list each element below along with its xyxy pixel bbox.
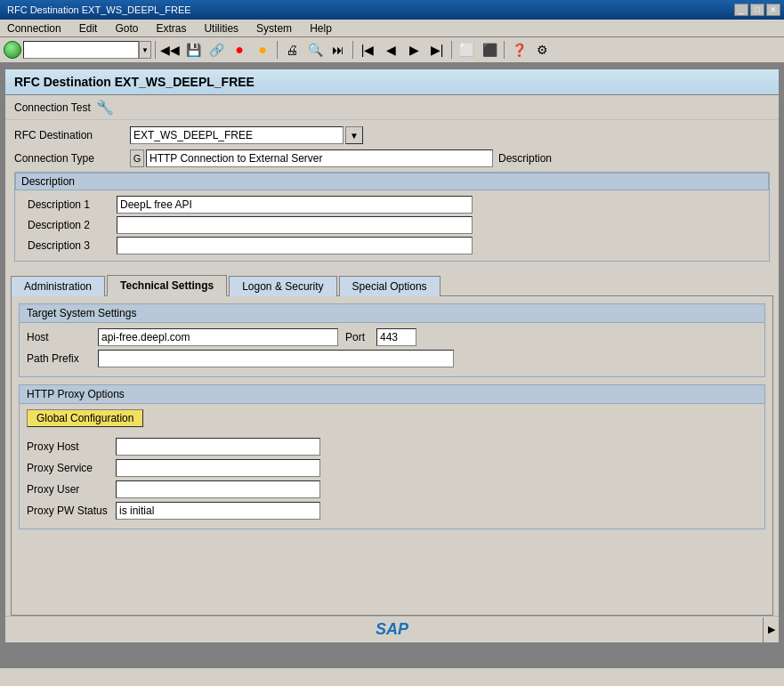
customize-icon[interactable]: ⚙ [531,39,553,61]
desc3-label: Description 3 [28,239,117,252]
connection-type-code: G [130,149,144,167]
proxy-user-input[interactable] [116,480,320,498]
find-icon[interactable]: 🔍 [304,39,326,61]
sap-logo: SAP [376,620,408,639]
proxy-service-label: Proxy Service [27,462,116,474]
empty-space [19,537,765,608]
menu-item-extras[interactable]: Extras [152,20,190,36]
command-field[interactable] [23,41,139,59]
path-prefix-input[interactable] [98,350,454,367]
desc1-label: Description 1 [28,198,117,211]
proxy-user-label: Proxy User [27,483,116,496]
desc1-row: Description 1 [22,196,762,214]
connection-type-row: Connection Type G Description [14,149,770,168]
connection-test-bar: Connection Test 🔧 [5,95,779,120]
separator-2 [277,41,278,59]
sap-window: RFC Destination EXT_WS_DEEPL_FREE Connec… [4,68,780,644]
form-area: RFC Destination ▼ Connection Type G Desc… [5,120,779,267]
menu-item-goto[interactable]: Goto [111,20,141,36]
path-prefix-row: Path Prefix [27,350,757,367]
proxy-host-input[interactable] [116,438,320,456]
proxy-section-header: HTTP Proxy Options [20,385,764,404]
port-label: Port [345,331,376,343]
rfc-destination-row: RFC Destination ▼ [14,125,770,145]
layout2-icon[interactable]: ⬛ [479,39,500,61]
window-title: RFC Destination EXT_WS_DEEPL_FREE [4,4,191,15]
window-controls: _ □ ✕ [734,4,780,16]
layout1-icon[interactable]: ⬜ [456,39,477,61]
orange-icon[interactable]: ● [252,39,273,61]
separator-5 [504,41,505,59]
command-dropdown[interactable]: ▼ [139,41,151,59]
menu-bar: Connection Edit Goto Extras Utilities Sy… [0,20,784,37]
red-icon[interactable]: ● [229,39,250,61]
port-input[interactable] [376,328,416,346]
desc2-input[interactable] [117,216,473,234]
menu-item-system[interactable]: System [253,20,295,36]
tab-administration[interactable]: Administration [11,276,105,296]
proxy-pw-input[interactable] [116,502,320,520]
proxy-section-body: Global Configuration Proxy Host Proxy Se… [20,404,764,529]
print-icon[interactable]: 🖨 [281,39,303,61]
proxy-host-label: Proxy Host [27,440,116,453]
host-label: Host [27,331,98,343]
separator-4 [451,41,452,59]
connection-test-label: Connection Test [14,101,91,114]
scroll-right-arrow[interactable]: ▶ [763,617,779,642]
tab-technical-settings[interactable]: Technical Settings [107,275,227,296]
status-bar [0,666,784,686]
target-system-settings: Target System Settings Host Port Path Pr… [19,303,765,377]
description-section-body: Description 1 Description 2 Description … [15,192,769,261]
menu-item-connection[interactable]: Connection [4,20,65,36]
proxy-pw-row: Proxy PW Status [27,502,757,520]
tabs-container: Administration Technical Settings Logon … [11,274,773,295]
menu-item-edit[interactable]: Edit [76,20,101,36]
proxy-service-input[interactable] [116,459,320,477]
desc2-label: Description 2 [28,219,117,231]
desc1-input[interactable] [117,196,473,214]
description-section-header: Description [15,173,769,190]
proxy-service-row: Proxy Service [27,459,757,477]
rfc-destination-btn[interactable]: ▼ [345,126,363,144]
find-next-icon[interactable]: ⏭ [327,39,349,61]
separator-1 [155,41,156,59]
rfc-destination-label: RFC Destination [14,129,130,141]
nav-next-icon[interactable]: ▶ [403,39,424,61]
connection-desc-label: Description [498,152,552,165]
nav-prev-icon[interactable]: ◀ [380,39,401,61]
maximize-button[interactable]: □ [750,4,764,16]
desc2-row: Description 2 [22,216,762,234]
target-system-header: Target System Settings [20,304,764,323]
connection-test-icon[interactable]: 🔧 [96,99,114,116]
sap-logo-bar: SAP ▶ [5,616,779,642]
nav-first-icon[interactable]: |◀ [357,39,378,61]
proxy-user-row: Proxy User [27,480,757,498]
rfc-destination-input[interactable] [130,126,344,144]
close-button[interactable]: ✕ [766,4,780,16]
description-section: Description Description 1 Description 2 … [14,172,770,262]
tab-logon-security[interactable]: Logon & Security [229,276,336,296]
host-row: Host Port [27,328,757,346]
shortcut-icon[interactable]: 🔗 [206,39,227,61]
proxy-pw-label: Proxy PW Status [27,504,116,517]
nav-last-icon[interactable]: ▶| [426,39,448,61]
menu-item-help[interactable]: Help [306,20,335,36]
tab-special-options[interactable]: Special Options [339,276,440,296]
desc3-row: Description 3 [22,237,762,254]
separator-3 [352,41,353,59]
proxy-host-row: Proxy Host [27,438,757,456]
back-icon[interactable]: ◀◀ [159,39,181,61]
global-config-button[interactable]: Global Configuration [27,409,143,427]
tab-content: Target System Settings Host Port Path Pr… [11,295,773,616]
connection-type-input[interactable] [146,149,493,167]
save-icon[interactable]: 💾 [182,39,204,61]
title-bar: RFC Destination EXT_WS_DEEPL_FREE _ □ ✕ [0,0,784,20]
minimize-button[interactable]: _ [734,4,748,16]
host-input[interactable] [98,328,338,346]
menu-item-utilities[interactable]: Utilities [200,20,242,36]
toolbar: ▼ ◀◀ 💾 🔗 ● ● 🖨 🔍 ⏭ |◀ ◀ ▶ ▶| ⬜ ⬛ ❓ ⚙ [0,37,784,64]
http-proxy-section: HTTP Proxy Options Global Configuration … [19,384,765,529]
target-system-body: Host Port Path Prefix [20,323,764,376]
help-icon[interactable]: ❓ [508,39,529,61]
desc3-input[interactable] [117,237,473,254]
